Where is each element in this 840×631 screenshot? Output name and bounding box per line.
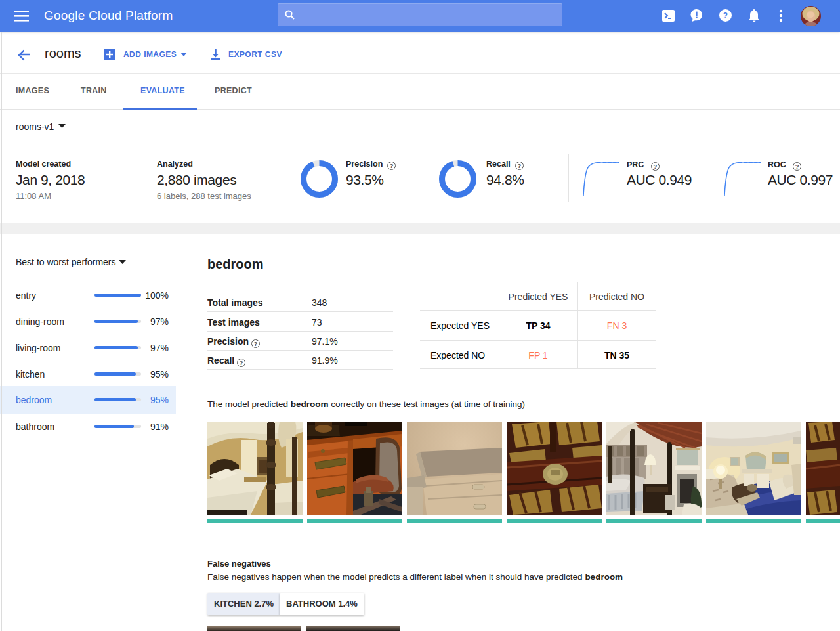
svg-text:?: ? [723, 11, 728, 20]
